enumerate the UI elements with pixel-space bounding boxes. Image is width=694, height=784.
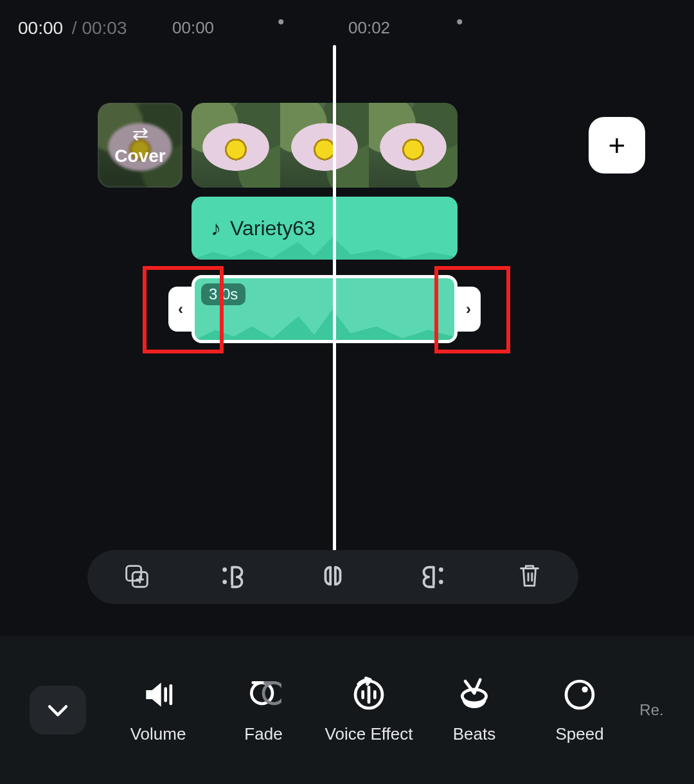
music-note-icon: ♪ bbox=[211, 217, 221, 240]
cover-label: Cover bbox=[114, 146, 165, 166]
svg-point-4 bbox=[224, 569, 226, 571]
more-tools[interactable]: Re. bbox=[632, 701, 671, 719]
voice-effect-tool[interactable]: Voice Effect bbox=[316, 677, 422, 744]
playhead-time: 00:00 bbox=[18, 18, 63, 39]
timeline-header: 00:00 / 00:03 bbox=[0, 15, 694, 41]
tool-label: Speed bbox=[555, 724, 603, 744]
svg-point-19 bbox=[582, 686, 588, 692]
split-button[interactable] bbox=[318, 561, 348, 593]
cover-image bbox=[98, 103, 182, 188]
swap-icon: ⇄ bbox=[132, 124, 148, 143]
audio-name: Variety63 bbox=[230, 217, 316, 240]
fade-tool[interactable]: Fade bbox=[211, 677, 316, 744]
volume-tool[interactable]: Volume bbox=[105, 677, 211, 744]
clip-action-bar bbox=[87, 550, 578, 604]
add-clip-button[interactable]: + bbox=[589, 117, 645, 174]
speed-icon bbox=[562, 677, 598, 713]
svg-point-6 bbox=[440, 569, 442, 571]
clip-frame bbox=[280, 103, 369, 188]
ruler-tick-0: 00:00 bbox=[172, 18, 214, 38]
svg-point-18 bbox=[566, 681, 593, 708]
clip-frame bbox=[369, 103, 458, 188]
clip-frame bbox=[191, 103, 280, 188]
speed-tool[interactable]: Speed bbox=[527, 677, 632, 744]
svg-point-7 bbox=[440, 581, 442, 584]
video-clip[interactable] bbox=[191, 103, 458, 188]
audio-track[interactable]: ♪ Variety63 bbox=[191, 197, 458, 260]
playhead[interactable] bbox=[333, 45, 336, 553]
voice-effect-icon bbox=[351, 677, 387, 713]
annotation-highlight-right bbox=[434, 266, 510, 353]
trim-in-button[interactable] bbox=[220, 561, 249, 593]
total-duration: / 00:03 bbox=[67, 18, 127, 39]
tool-label: Volume bbox=[130, 724, 186, 744]
beats-icon bbox=[456, 677, 492, 713]
tool-label: Voice Effect bbox=[325, 724, 413, 744]
selected-audio-clip[interactable]: 3 0s bbox=[191, 275, 458, 343]
duplicate-button[interactable] bbox=[121, 561, 151, 593]
ruler-tick-1: 00:02 bbox=[348, 18, 390, 38]
fade-icon bbox=[245, 677, 281, 713]
tool-label: Re. bbox=[639, 701, 663, 719]
delete-button[interactable] bbox=[515, 561, 544, 593]
collapse-button[interactable] bbox=[30, 686, 86, 735]
trim-out-button[interactable] bbox=[416, 561, 446, 593]
cover-thumbnail[interactable]: ⇄ Cover bbox=[98, 103, 182, 188]
beats-tool[interactable]: Beats bbox=[422, 677, 527, 744]
svg-point-5 bbox=[224, 581, 226, 584]
timeline-stage[interactable]: ⇄ Cover + ♪ Variety63 3 0s ‹ › bbox=[0, 45, 694, 636]
annotation-highlight-left bbox=[143, 266, 224, 353]
tool-label: Beats bbox=[453, 724, 496, 744]
plus-icon: + bbox=[609, 128, 626, 163]
tool-label: Fade bbox=[244, 724, 282, 744]
volume-icon bbox=[140, 677, 176, 713]
waveform bbox=[195, 306, 454, 340]
bottom-toolbar: Volume Fade Voice Effect Beats Speed Re. bbox=[0, 636, 694, 784]
